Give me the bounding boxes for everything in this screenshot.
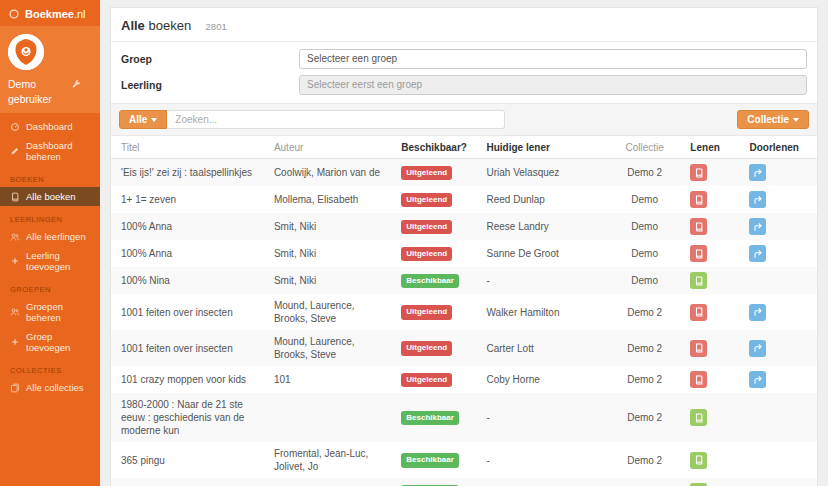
table-header-row: Titel Auteur Beschikbaar? Huidige lener …: [111, 136, 817, 159]
group-select[interactable]: Selecteer een groep: [299, 49, 807, 69]
return-book-button[interactable]: [690, 218, 707, 235]
cell-availability: Uitgeleend: [391, 294, 476, 330]
sidebar-item-leerling-toevoegen[interactable]: Leerling toevoegen: [0, 246, 100, 276]
sidebar-item-alle-leerlingen[interactable]: Alle leerlingen: [0, 227, 100, 246]
cell-book-author: [264, 393, 391, 442]
search-scope-button[interactable]: Alle: [119, 110, 167, 129]
avatar: [8, 34, 44, 70]
sidebar-item-alle-boeken[interactable]: Alle boeken: [0, 187, 100, 206]
table-row: 'Eis ijs!' zei zij : taalspellinkjesCool…: [111, 159, 817, 187]
cell-forward-action: [739, 442, 817, 478]
books-table: Titel Auteur Beschikbaar? Huidige lener …: [111, 136, 817, 486]
return-book-button[interactable]: [690, 191, 707, 208]
nav-section-label: LEERLINGEN: [0, 206, 100, 227]
cell-collection: Demo 2: [607, 442, 680, 478]
cell-forward-action: [739, 366, 817, 393]
return-book-button[interactable]: [690, 304, 707, 321]
cell-availability: Uitgeleend: [391, 213, 476, 240]
return-book-button[interactable]: [690, 371, 707, 388]
user-panel: Demo gebruiker: [0, 26, 100, 113]
cell-lend-action: [680, 478, 739, 486]
cell-current-borrower: -: [477, 478, 607, 486]
cell-book-author: Mound, Laurence, Brooks, Steve: [264, 330, 391, 366]
users-icon: [10, 307, 20, 317]
column-header-auteur[interactable]: Auteur: [264, 136, 391, 159]
lend-book-button[interactable]: [690, 409, 707, 426]
cell-collection: Demo 2: [607, 294, 680, 330]
sidebar-item-dashboard-beheren[interactable]: Dashboard beheren: [0, 136, 100, 166]
cell-availability: Beschikbaar: [391, 267, 476, 294]
status-badge-uitgeleend: Uitgeleend: [401, 341, 452, 355]
cell-current-borrower: Walker Hamilton: [477, 294, 607, 330]
forward-loan-button[interactable]: [749, 304, 766, 321]
forward-loan-button[interactable]: [749, 164, 766, 181]
cell-availability: Uitgeleend: [391, 186, 476, 213]
student-select[interactable]: Selecteer eerst een groep: [299, 75, 807, 95]
return-book-button[interactable]: [690, 340, 707, 357]
forward-loan-button[interactable]: [749, 245, 766, 262]
cell-book-author: Mound, Laurence, Brooks, Steve: [264, 294, 391, 330]
status-badge-uitgeleend: Uitgeleend: [401, 247, 452, 261]
wrench-icon[interactable]: [71, 79, 81, 89]
brand-logo-icon: [8, 8, 20, 20]
cell-availability: Uitgeleend: [391, 240, 476, 267]
books-card: Alle boeken 2801 Groep Selecteer een gro…: [110, 7, 818, 486]
table-row: 100% AnnaSmit, NikiUitgeleendSanne De Gr…: [111, 240, 817, 267]
main-content: Alle boeken 2801 Groep Selecteer een gro…: [100, 0, 828, 486]
search-input-group: Alle: [119, 110, 505, 129]
sidebar-item-label: Alle boeken: [26, 191, 76, 202]
sidebar-item-groep-toevoegen[interactable]: Groep toevoegen: [0, 327, 100, 357]
sidebar-item-label: Groep toevoegen: [26, 331, 90, 353]
users-icon: [10, 232, 20, 242]
return-book-button[interactable]: [690, 245, 707, 262]
cell-availability: Uitgeleend: [391, 330, 476, 366]
card-header: Alle boeken 2801: [111, 8, 817, 42]
plus-icon: [10, 337, 20, 347]
table-row: 1980-2000 : Naar de 21 ste eeuw : geschi…: [111, 393, 817, 442]
column-header-doorlenen: Doorlenen: [739, 136, 817, 159]
cell-forward-action: [739, 159, 817, 187]
collection-button[interactable]: Collectie: [737, 110, 809, 129]
cell-availability: Uitgeleend: [391, 366, 476, 393]
cell-book-title: 4@tijd verliefd: [111, 478, 264, 486]
user-name: Demo gebruiker: [8, 77, 52, 107]
lend-book-button[interactable]: [690, 272, 707, 289]
table-row: 365 pinguFromental, Jean-Luc, Jolivet, J…: [111, 442, 817, 478]
cell-book-title: 100% Nina: [111, 267, 264, 294]
cell-lend-action: [680, 294, 739, 330]
status-badge-beschikbaar: Beschikbaar: [401, 453, 459, 467]
sidebar-item-alle-collecties[interactable]: Alle collecties: [0, 378, 100, 397]
column-header-collectie[interactable]: Collectie: [607, 136, 680, 159]
forward-loan-button[interactable]: [749, 218, 766, 235]
column-header-titel[interactable]: Titel: [111, 136, 264, 159]
sidebar-item-dashboard[interactable]: Dashboard: [0, 117, 100, 136]
nav-section-label: GROEPEN: [0, 276, 100, 297]
cell-lend-action: [680, 366, 739, 393]
table-row: 1001 feiten over insectenMound, Laurence…: [111, 330, 817, 366]
table-row: 101 crazy moppen voor kids101UitgeleendC…: [111, 366, 817, 393]
nav-section-label: COLLECTIES: [0, 357, 100, 378]
return-book-button[interactable]: [690, 164, 707, 181]
cell-book-title: 100% Anna: [111, 213, 264, 240]
sidebar-item-groepen-beheren[interactable]: Groepen beheren: [0, 297, 100, 327]
forward-loan-button[interactable]: [749, 340, 766, 357]
lend-book-button[interactable]: [690, 452, 707, 469]
cell-book-title: 1001 feiten over insecten: [111, 330, 264, 366]
forward-loan-button[interactable]: [749, 191, 766, 208]
search-input[interactable]: [167, 110, 505, 129]
cell-forward-action: [739, 240, 817, 267]
forward-loan-button[interactable]: [749, 371, 766, 388]
cell-book-author: Smit, Niki: [264, 213, 391, 240]
brand[interactable]: Boekmee.nl: [0, 0, 100, 26]
cell-forward-action: [739, 267, 817, 294]
cell-book-author: Smit, Niki: [264, 240, 391, 267]
plus-icon: [10, 256, 20, 266]
column-header-lenen: Lenen: [680, 136, 739, 159]
collection-icon: [10, 383, 20, 393]
sidebar-item-label: Dashboard: [26, 121, 72, 132]
cell-collection: Demo: [607, 186, 680, 213]
cell-book-author: Fromental, Jean-Luc, Jolivet, Jo: [264, 442, 391, 478]
cell-current-borrower: Reed Dunlap: [477, 186, 607, 213]
sidebar-item-label: Groepen beheren: [26, 301, 90, 323]
dashboard-icon: [10, 122, 20, 132]
